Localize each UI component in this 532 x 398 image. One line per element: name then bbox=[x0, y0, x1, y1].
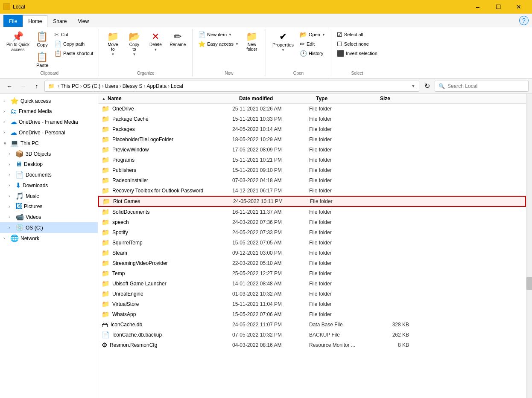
history-button[interactable]: 🕐 History bbox=[298, 49, 327, 58]
file-name-text: speech bbox=[112, 219, 129, 225]
tab-home[interactable]: Home bbox=[23, 15, 47, 27]
tab-view[interactable]: View bbox=[72, 15, 94, 27]
sidebar-item-music[interactable]: › 🎵 Music bbox=[0, 191, 98, 201]
table-row[interactable]: 📁 StreamingVideoProvider 22-03-2022 05:1… bbox=[98, 258, 526, 268]
column-size[interactable]: Size bbox=[380, 96, 423, 102]
close-button[interactable]: ✕ bbox=[509, 0, 529, 14]
delete-button[interactable]: ✕ Delete ▼ bbox=[145, 30, 166, 54]
new-folder-button[interactable]: 📁 New folder bbox=[242, 30, 262, 54]
sidebar-item-onedrive-personal[interactable]: › ☁ OneDrive - Personal bbox=[0, 127, 98, 138]
file-date: 22-03-2022 05:10 AM bbox=[232, 260, 309, 266]
copy-path-button[interactable]: 📄 Copy path bbox=[52, 39, 95, 49]
table-row[interactable]: 📁 speech 24-03-2022 07:36 PM File folder bbox=[98, 217, 526, 227]
tab-file[interactable]: File bbox=[3, 15, 23, 27]
sidebar-item-framed-media[interactable]: › 🗂 Framed Media bbox=[0, 106, 98, 116]
sidebar-label-network: Network bbox=[20, 235, 39, 241]
table-row[interactable]: 📁 PlaceholderTileLogoFolder 18-05-2022 1… bbox=[98, 134, 526, 145]
invert-selection-button[interactable]: ⬛ Invert selection bbox=[335, 49, 380, 58]
minimize-button[interactable]: – bbox=[468, 0, 488, 14]
select-all-button[interactable]: ☑ Select all bbox=[335, 30, 380, 39]
easy-access-button[interactable]: ⭐ Easy access ▼ bbox=[196, 39, 241, 49]
table-row[interactable]: 🗃 IconCache.db 24-05-2022 11:07 PM Data … bbox=[98, 320, 526, 330]
table-row[interactable]: 📁 SolidDocuments 16-11-2021 11:37 AM Fil… bbox=[98, 207, 526, 217]
new-item-icon: 📄 bbox=[198, 31, 205, 38]
path-users[interactable]: Users bbox=[105, 83, 118, 89]
column-type[interactable]: Type bbox=[316, 96, 380, 102]
copy-button[interactable]: 📋 Copy bbox=[33, 30, 51, 49]
copy-to-button[interactable]: 📂 Copy to ▼ bbox=[124, 30, 144, 58]
open-button[interactable]: 📂 Open ▼ bbox=[298, 30, 327, 39]
vertical-scrollbar[interactable] bbox=[526, 94, 532, 398]
move-to-button[interactable]: 📁 Move to ▼ bbox=[102, 30, 123, 58]
sidebar-item-pictures[interactable]: › 🖼 Pictures bbox=[0, 201, 98, 212]
file-type: File folder bbox=[309, 311, 373, 317]
table-row[interactable]: 📁 Recovery Toolbox for Outlook Password … bbox=[98, 186, 526, 196]
path-blessy[interactable]: Blessy S bbox=[123, 83, 143, 89]
sidebar-item-onedrive-framed[interactable]: › ☁ OneDrive - Framed Media bbox=[0, 116, 98, 127]
file-date: 07-05-2022 10:32 PM bbox=[232, 332, 309, 338]
table-row[interactable]: 📁 Spotify 24-05-2022 07:33 PM File folde… bbox=[98, 227, 526, 238]
sidebar-item-downloads[interactable]: › ⬇ Downloads bbox=[0, 180, 98, 191]
path-os-c[interactable]: OS (C:) bbox=[83, 83, 101, 89]
table-row[interactable]: 📁 RadeonInstaller 07-03-2022 04:18 AM Fi… bbox=[98, 175, 526, 186]
search-box[interactable]: 🔍 bbox=[435, 81, 529, 92]
sidebar-item-os-c[interactable]: › 💿 OS (C:) bbox=[0, 222, 98, 233]
tab-share[interactable]: Share bbox=[47, 15, 72, 27]
path-appdata[interactable]: AppData bbox=[146, 83, 167, 89]
table-row[interactable]: 📁 Package Cache 15-11-2021 10:33 PM File… bbox=[98, 114, 526, 124]
path-local[interactable]: Local bbox=[171, 83, 183, 89]
table-row[interactable]: 📁 Publishers 15-11-2021 09:10 PM File fo… bbox=[98, 165, 526, 175]
sidebar-item-quick-access[interactable]: › ⭐ Quick access bbox=[0, 96, 98, 106]
ribbon-group-select: ☑ Select all ☐ Select none ⬛ Invert sele… bbox=[331, 29, 383, 76]
sidebar-item-videos[interactable]: › 📹 Videos bbox=[0, 212, 98, 222]
scrollbar-thumb[interactable] bbox=[526, 277, 532, 290]
table-row[interactable]: 📁 VirtualStore 15-11-2021 11:04 PM File … bbox=[98, 299, 526, 309]
ribbon-group-new: 📄 New item ▼ ⭐ Easy access ▼ 📁 New folde… bbox=[193, 29, 266, 76]
paste-shortcut-button[interactable]: 📋 Paste shortcut bbox=[52, 49, 95, 58]
properties-button[interactable]: ✔ Properties ▼ bbox=[269, 30, 297, 54]
help-icon[interactable]: ? bbox=[519, 16, 529, 25]
forward-button[interactable]: → bbox=[17, 80, 29, 92]
table-row[interactable]: 📁 SquirrelTemp 15-05-2022 07:05 AM File … bbox=[98, 238, 526, 248]
table-row[interactable]: 📁 WhatsApp 15-05-2022 07:06 AM File fold… bbox=[98, 309, 526, 320]
up-button[interactable]: ↑ bbox=[31, 80, 43, 92]
table-row[interactable]: 📁 Ubisoft Game Launcher 14-01-2022 08:48… bbox=[98, 279, 526, 289]
sidebar-item-this-pc[interactable]: ∨ 💻 This PC bbox=[0, 138, 98, 148]
table-row[interactable]: 📁 Temp 25-05-2022 12:27 PM File folder bbox=[98, 268, 526, 279]
table-row[interactable]: 📁 OneDrive 25-11-2021 02:26 AM File fold… bbox=[98, 104, 526, 114]
address-path[interactable]: 📁 › This PC › OS (C:) › Users › Blessy S… bbox=[44, 81, 419, 92]
sidebar-item-network[interactable]: › 🌐 Network bbox=[0, 233, 98, 244]
refresh-button[interactable]: ↻ bbox=[421, 80, 433, 92]
table-row[interactable]: 📁 Packages 24-05-2022 10:14 AM File fold… bbox=[98, 124, 526, 134]
table-row[interactable]: 📁 Steam 09-12-2021 03:00 PM File folder bbox=[98, 248, 526, 258]
new-item-button[interactable]: 📄 New item ▼ bbox=[196, 30, 241, 39]
select-none-button[interactable]: ☐ Select none bbox=[335, 39, 380, 49]
sidebar-item-desktop[interactable]: › 🖥 Desktop bbox=[0, 159, 98, 169]
sidebar-item-3d-objects[interactable]: › 📦 3D Objects bbox=[0, 148, 98, 159]
table-row[interactable]: 📁 UnrealEngine 01-03-2022 10:32 AM File … bbox=[98, 289, 526, 299]
file-type: File folder bbox=[309, 270, 373, 276]
column-date[interactable]: Date modified bbox=[239, 96, 316, 102]
table-row[interactable]: 📁 Riot Games 24-05-2022 10:11 PM File fo… bbox=[98, 196, 526, 207]
cut-button[interactable]: ✂ Cut bbox=[52, 30, 95, 39]
maximize-button[interactable]: ☐ bbox=[488, 0, 508, 14]
search-input[interactable] bbox=[447, 83, 525, 89]
table-row[interactable]: 📁 Programs 15-11-2021 10:21 PM File fold… bbox=[98, 155, 526, 165]
paste-button[interactable]: 📋 Paste bbox=[33, 50, 51, 70]
column-name[interactable]: Name bbox=[108, 96, 244, 102]
pin-to-quick-access-button[interactable]: 📌 Pin to Quick access bbox=[3, 30, 32, 55]
back-button[interactable]: ← bbox=[3, 80, 15, 92]
edit-button[interactable]: ✏ Edit bbox=[298, 39, 327, 49]
sidebar-item-documents[interactable]: › 📄 Documents bbox=[0, 169, 98, 180]
edit-icon: ✏ bbox=[300, 41, 305, 47]
table-row[interactable]: 📁 PreviewWindow 17-05-2022 08:09 PM File… bbox=[98, 145, 526, 155]
path-dropdown-icon[interactable]: ▼ bbox=[411, 84, 415, 88]
table-row[interactable]: 📄 IconCache.db.backup 07-05-2022 10:32 P… bbox=[98, 330, 526, 340]
rename-button[interactable]: ✏ Rename bbox=[167, 30, 189, 49]
file-name-text: IconCache.db bbox=[111, 322, 142, 328]
file-icon: 📁 bbox=[102, 249, 110, 257]
file-area[interactable]: ▲ Name Date modified Type Size 📁 OneDriv… bbox=[98, 94, 526, 398]
path-this-pc[interactable]: This PC bbox=[61, 83, 79, 89]
table-row[interactable]: ⚙ Resmon.ResmonCfg 04-03-2022 08:16 AM R… bbox=[98, 340, 526, 350]
quick-access-icon: ⭐ bbox=[10, 97, 19, 105]
